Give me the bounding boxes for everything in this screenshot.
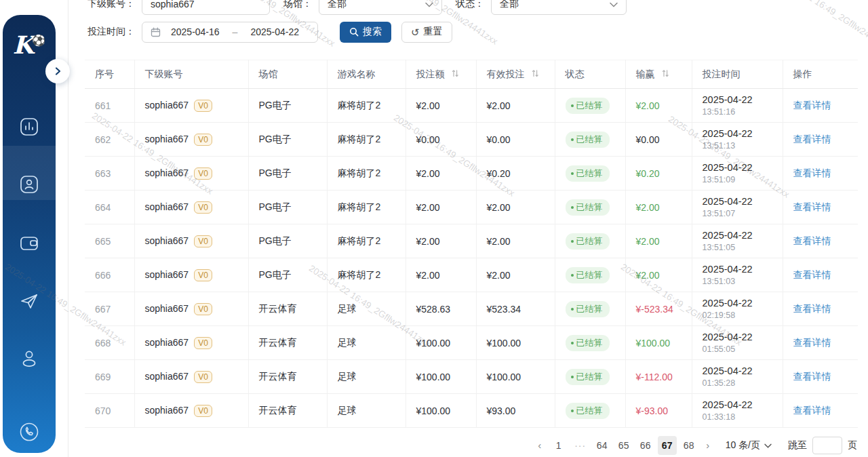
cell-venue: PG电子	[248, 123, 327, 157]
cell-status: 已结算	[555, 326, 625, 360]
jump-label: 跳至	[788, 439, 807, 452]
cell-win-loss: ¥2.00	[625, 191, 692, 224]
cell-row-index: 661	[85, 89, 134, 123]
sort-icon[interactable]	[532, 68, 538, 80]
table-row: 662sophia667V0PG电子麻将胡了2¥0.00¥0.00已结算¥0.0…	[85, 123, 858, 157]
phone-icon	[18, 420, 41, 446]
pagination-page-1[interactable]: 1	[549, 436, 568, 455]
sidebar-item-profile[interactable]	[3, 347, 56, 373]
sidebar-item-accounts[interactable]	[3, 173, 56, 199]
pagination-pages: 1···6465666768	[548, 436, 700, 455]
bet-time: 01:33:18	[703, 412, 783, 422]
vip-level-badge: V0	[194, 303, 212, 315]
page-size-value: 10 条/页	[726, 439, 760, 452]
pagination-prev-button[interactable]: ‹	[532, 436, 548, 455]
column-label: 下级账号	[145, 68, 183, 79]
venue-select[interactable]: 全部	[319, 0, 442, 15]
bet-time: 13:51:09	[703, 174, 783, 185]
cell-bet-time: 2025-04-2201:33:18	[692, 394, 783, 428]
cell-row-index: 664	[85, 191, 134, 224]
user-icon	[18, 347, 41, 373]
cell-row-index: 665	[85, 224, 134, 258]
reset-button-label: 重置	[424, 26, 443, 38]
pagination-page-68[interactable]: 68	[679, 436, 698, 455]
table-row: 670sophia667V0开云体育足球¥100.00¥93.00已结算¥-93…	[85, 394, 858, 428]
cell-valid-bet: ¥0.20	[476, 157, 555, 191]
vip-level-badge: V0	[194, 167, 212, 180]
date-range-picker[interactable]: 2025-04-16 – 2025-04-22	[142, 22, 318, 43]
cell-account: sophia667V0	[134, 394, 248, 428]
status-text: 已结算	[576, 100, 603, 112]
send-icon	[18, 290, 41, 315]
cell-bet-amount: ¥2.00	[406, 224, 476, 258]
sidebar-expand-button[interactable]	[45, 59, 70, 83]
soccer-ball-icon: ⚽	[32, 35, 45, 46]
bet-time: 13:51:05	[703, 242, 783, 253]
cell-venue: PG电子	[248, 191, 327, 224]
search-icon	[349, 27, 359, 37]
account-name: sophia667	[145, 337, 189, 348]
venue-select-value: 全部	[328, 0, 347, 10]
date-to: 2025-04-22	[240, 26, 309, 37]
column-header-输赢[interactable]: 输赢	[625, 60, 692, 89]
vip-level-badge: V0	[194, 134, 212, 146]
column-label: 操作	[793, 68, 812, 79]
sidebar-item-messages[interactable]	[3, 290, 56, 315]
status-badge: 已结算	[566, 267, 610, 283]
sidebar-item-reports[interactable]	[3, 115, 56, 141]
table-row: 661sophia667V0PG电子麻将胡了2¥2.00¥2.00已结算¥2.0…	[85, 89, 858, 123]
jump-page-input[interactable]	[812, 437, 842, 454]
sidebar-item-wallet[interactable]	[3, 232, 56, 258]
sort-icon[interactable]	[452, 68, 458, 80]
view-detail-link[interactable]: 查看详情	[793, 100, 831, 111]
cell-game-name: 足球	[327, 292, 406, 326]
cell-row-index: 670	[85, 394, 134, 428]
view-detail-link[interactable]: 查看详情	[793, 269, 831, 280]
account-card-icon	[18, 173, 41, 199]
bet-time: 13:51:13	[703, 140, 783, 151]
column-header-有效投注[interactable]: 有效投注	[476, 60, 555, 89]
view-detail-link[interactable]: 查看详情	[793, 303, 831, 314]
cell-win-loss: ¥0.00	[625, 123, 692, 157]
bet-time: 01:35:28	[703, 378, 783, 389]
cell-game-name: 足球	[327, 326, 406, 360]
search-button[interactable]: 搜索	[340, 22, 391, 43]
column-header-投注额[interactable]: 投注额	[406, 60, 476, 89]
cell-venue: 开云体育	[248, 326, 327, 360]
cell-valid-bet: ¥100.00	[476, 326, 555, 360]
bet-date: 2025-04-22	[703, 263, 783, 276]
cell-win-loss: ¥-93.00	[625, 394, 692, 428]
view-detail-link[interactable]: 查看详情	[793, 235, 831, 246]
pagination-page-65[interactable]: 65	[614, 436, 633, 455]
cell-win-loss: ¥100.00	[625, 326, 692, 360]
cell-bet-time: 2025-04-2213:51:13	[692, 123, 783, 157]
bet-time: 13:51:03	[703, 276, 783, 287]
vip-level-badge: V0	[194, 337, 212, 349]
pagination-next-button[interactable]: ›	[700, 436, 716, 455]
pagination-page-67[interactable]: 67	[658, 436, 677, 455]
status-badge: 已结算	[566, 369, 610, 385]
view-detail-link[interactable]: 查看详情	[793, 371, 831, 382]
status-text: 已结算	[576, 134, 603, 146]
sidebar-item-support[interactable]	[3, 420, 56, 446]
view-detail-link[interactable]: 查看详情	[793, 405, 831, 416]
cell-game-name: 麻将胡了2	[327, 123, 406, 157]
pagination-page-66[interactable]: 66	[636, 436, 655, 455]
pagination-page-64[interactable]: 64	[593, 436, 612, 455]
bet-time: 02:19:58	[703, 310, 783, 321]
reset-button[interactable]: ↺ 重置	[401, 22, 452, 43]
page-size-select[interactable]: 10 条/页	[726, 439, 772, 452]
view-detail-link[interactable]: 查看详情	[793, 134, 831, 144]
status-badge: 已结算	[566, 165, 610, 182]
cell-account: sophia667V0	[134, 123, 248, 157]
account-input[interactable]	[142, 0, 270, 15]
status-select[interactable]: 全部	[491, 0, 627, 15]
column-header-状态: 状态	[555, 60, 625, 89]
table-row: 665sophia667V0PG电子麻将胡了2¥2.00¥2.00已结算¥2.0…	[85, 224, 858, 258]
sort-icon[interactable]	[662, 68, 669, 80]
view-detail-link[interactable]: 查看详情	[793, 201, 831, 212]
cell-bet-time: 2025-04-2202:19:58	[692, 292, 783, 326]
records-table-wrap: 序号下级账号场馆游戏名称投注额有效投注状态输赢投注时间操作 661sophia6…	[85, 60, 858, 428]
view-detail-link[interactable]: 查看详情	[793, 337, 831, 348]
view-detail-link[interactable]: 查看详情	[793, 167, 831, 178]
